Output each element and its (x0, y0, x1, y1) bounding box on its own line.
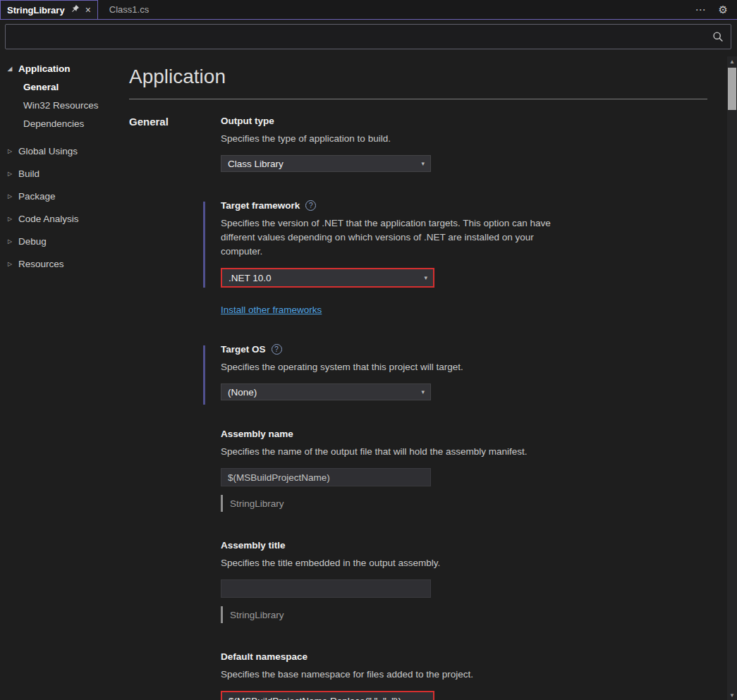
section-label-general: General (129, 116, 221, 700)
sidebar-item-label: Dependencies (23, 118, 84, 129)
page-title: Application (129, 66, 727, 88)
sidebar-item-label: Build (18, 168, 39, 179)
field-label: Output type (221, 116, 727, 126)
evaluated-value: StringLibrary (230, 610, 284, 620)
search-input[interactable] (6, 25, 712, 49)
select-value: Class Library (228, 159, 284, 169)
sidebar-item-label: Application (18, 63, 71, 74)
chevron-collapsed-icon[interactable]: ▷ (8, 216, 18, 222)
modified-indicator-bar (203, 202, 205, 288)
field-label: Default namespace (221, 651, 727, 662)
field-label-text: Assembly name (221, 429, 293, 439)
sidebar-item-label: Resources (18, 259, 64, 269)
tab-label: Class1.cs (109, 4, 149, 15)
project-properties-window: StringLibrary × Class1.cs ⋯ ⚙ ◢ Applicat… (0, 0, 737, 700)
sidebar-item-label: Debug (18, 236, 47, 247)
install-other-frameworks-link[interactable]: Install other frameworks (221, 305, 322, 315)
document-tab-bar: StringLibrary × Class1.cs ⋯ ⚙ (0, 0, 737, 20)
sidebar-item-label: Global Usings (18, 146, 78, 156)
modified-indicator-bar (203, 345, 205, 405)
assembly-name-input[interactable] (221, 468, 431, 486)
field-label-text: Output type (221, 116, 274, 126)
select-value: .NET 10.0 (229, 273, 272, 283)
tab-stringlibrary[interactable]: StringLibrary × (0, 0, 98, 19)
field-description: Specifies the operating system that this… (221, 360, 573, 374)
pin-icon[interactable] (71, 4, 80, 16)
field-label-text: Default namespace (221, 651, 307, 662)
sidebar-item-label: Win32 Resources (23, 100, 99, 111)
gear-icon[interactable]: ⚙ (719, 4, 728, 16)
assembly-title-input[interactable] (221, 579, 431, 598)
sidebar-item-package[interactable]: ▷ Package (0, 185, 129, 207)
field-description: Specifies the title embedded in the outp… (221, 556, 573, 570)
field-assembly-name: Assembly name Specifies the name of the … (221, 429, 727, 512)
tabbar-actions: ⋯ ⚙ (695, 0, 737, 19)
target-framework-select[interactable]: .NET 10.0 ▾ (221, 268, 434, 288)
scrollbar-thumb[interactable] (728, 68, 736, 110)
help-icon[interactable]: ? (272, 344, 282, 355)
evaluated-value-bar (221, 606, 223, 623)
chevron-down-icon: ▾ (424, 274, 427, 281)
sidebar-item-code-analysis[interactable]: ▷ Code Analysis (0, 207, 129, 230)
field-default-namespace: Default namespace Specifies the base nam… (221, 651, 727, 700)
title-divider (129, 99, 707, 99)
scroll-up-icon[interactable]: ▲ (727, 56, 737, 66)
evaluated-value-row: StringLibrary (221, 495, 727, 512)
chevron-collapsed-icon[interactable]: ▷ (8, 148, 18, 154)
field-description: Specifies the base namespace for files a… (221, 668, 573, 682)
properties-nav-tree: ◢ Application General Win32 Resources De… (0, 59, 129, 275)
chevron-collapsed-icon[interactable]: ▷ (8, 261, 18, 267)
sidebar-item-win32-resources[interactable]: Win32 Resources (0, 96, 129, 114)
settings-search-bar (5, 24, 731, 49)
sidebar-item-build[interactable]: ▷ Build (0, 162, 129, 185)
sidebar-item-application[interactable]: ◢ Application (0, 59, 129, 78)
chevron-collapsed-icon[interactable]: ▷ (8, 193, 18, 199)
field-description: Specifies the type of application to bui… (221, 132, 573, 146)
field-label: Target OS ? (221, 344, 727, 355)
field-label-text: Target framework (221, 200, 300, 211)
evaluated-value: StringLibrary (230, 498, 284, 509)
vertical-scrollbar[interactable]: ▲ ▼ (727, 56, 737, 700)
sidebar-item-dependencies[interactable]: Dependencies (0, 114, 129, 133)
sidebar-item-resources[interactable]: ▷ Resources (0, 252, 129, 275)
sidebar-item-debug[interactable]: ▷ Debug (0, 230, 129, 252)
sidebar-item-global-usings[interactable]: ▷ Global Usings (0, 140, 129, 162)
field-assembly-title: Assembly title Specifies the title embed… (221, 540, 727, 623)
tab-label: StringLibrary (7, 5, 65, 16)
evaluated-value-bar (221, 495, 223, 512)
chevron-collapsed-icon[interactable]: ▷ (8, 238, 18, 245)
sidebar-item-general[interactable]: General (0, 78, 129, 96)
scroll-down-icon[interactable]: ▼ (727, 690, 737, 700)
sidebar-item-label: General (23, 82, 59, 92)
field-output-type: Output type Specifies the type of applic… (221, 116, 727, 172)
more-options-icon[interactable]: ⋯ (695, 4, 707, 16)
field-label: Assembly name (221, 429, 727, 439)
evaluated-value-row: StringLibrary (221, 606, 727, 623)
field-label-text: Assembly title (221, 540, 286, 551)
field-label: Assembly title (221, 540, 727, 551)
field-label-text: Target OS (221, 344, 266, 355)
spacer (0, 133, 129, 140)
target-os-select[interactable]: (None) ▾ (221, 383, 431, 400)
properties-page: Application General Output type Specifie… (129, 56, 727, 700)
chevron-expanded-icon[interactable]: ◢ (8, 66, 18, 72)
chevron-collapsed-icon[interactable]: ▷ (8, 171, 18, 177)
field-label: Target framework ? (221, 200, 727, 211)
chevron-down-icon: ▾ (421, 160, 425, 167)
field-target-framework: Target framework ? Specifies the version… (221, 200, 727, 316)
sidebar-item-label: Code Analysis (18, 214, 79, 224)
field-target-os: Target OS ? Specifies the operating syst… (221, 344, 727, 400)
chevron-down-icon: ▾ (421, 388, 425, 395)
sidebar-item-label: Package (18, 191, 56, 202)
output-type-select[interactable]: Class Library ▾ (221, 155, 431, 172)
close-icon[interactable]: × (85, 5, 91, 15)
select-value: (None) (228, 387, 257, 398)
field-description: Specifies the name of the output file th… (221, 445, 573, 459)
tab-class1-cs[interactable]: Class1.cs (98, 0, 160, 19)
field-description: Specifies the version of .NET that the a… (221, 216, 573, 259)
search-icon[interactable] (712, 31, 731, 42)
help-icon[interactable]: ? (305, 200, 316, 211)
default-namespace-input[interactable] (221, 691, 434, 700)
